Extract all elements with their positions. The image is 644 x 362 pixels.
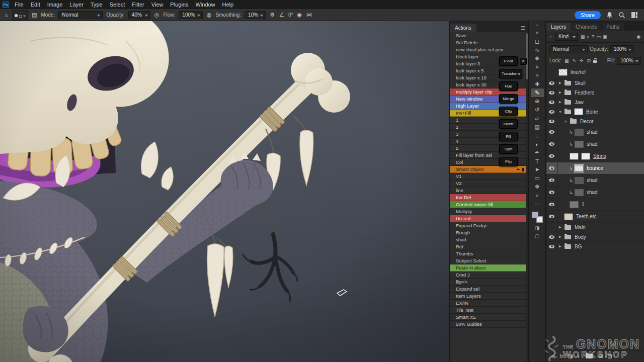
new-layer-icon[interactable]: ⊞ bbox=[599, 353, 603, 359]
layer-row[interactable]: ↳bounce bbox=[546, 162, 644, 174]
expand-caret[interactable]: ▶ bbox=[557, 81, 563, 85]
float-button-fill[interactable]: Fill bbox=[499, 132, 518, 141]
expand-caret[interactable]: ▶ bbox=[557, 225, 563, 229]
visibility-toggle[interactable] bbox=[546, 187, 557, 198]
expand-caret[interactable]: ▼ bbox=[557, 110, 563, 114]
filter-pixel-icon[interactable]: ▦ bbox=[580, 34, 586, 39]
expand-caret[interactable]: ▶ bbox=[557, 100, 563, 104]
hand-tool[interactable]: ✥ bbox=[531, 183, 544, 191]
float-button-sym[interactable]: Sym bbox=[499, 144, 518, 154]
action-item[interactable]: Tile Test bbox=[450, 307, 526, 314]
layer-name[interactable]: String bbox=[593, 153, 606, 159]
menu-item-edit[interactable]: Edit bbox=[27, 0, 44, 9]
layer-name[interactable]: shad bbox=[587, 141, 598, 147]
layer-row[interactable]: ↳shad bbox=[546, 126, 644, 138]
share-button[interactable]: Share bbox=[575, 11, 601, 19]
layer-thumbnail[interactable] bbox=[570, 153, 579, 160]
home-icon[interactable]: ⌂ bbox=[4, 12, 9, 18]
float-button-float[interactable]: Float bbox=[499, 56, 518, 66]
visibility-toggle[interactable] bbox=[546, 211, 557, 222]
action-item[interactable]: Un-red bbox=[450, 215, 526, 222]
close-icon[interactable]: ✕ bbox=[520, 58, 527, 65]
layer-name[interactable]: Jaw bbox=[575, 100, 584, 105]
filter-adjustment-icon[interactable]: ◐ bbox=[586, 34, 591, 39]
visibility-toggle[interactable] bbox=[546, 138, 557, 150]
edit-toolbar-icon[interactable]: ⋯ bbox=[531, 200, 544, 208]
tab-paths[interactable]: Paths bbox=[602, 23, 624, 31]
float-button-transform[interactable]: Transform bbox=[499, 69, 522, 78]
notifications-bell-icon[interactable] bbox=[606, 12, 613, 19]
menu-item-file[interactable]: File bbox=[11, 0, 27, 9]
smoothing-select[interactable]: 10% bbox=[245, 11, 266, 19]
blur-tool[interactable]: ◌ bbox=[531, 131, 544, 140]
action-item[interactable]: Content aware fill bbox=[450, 201, 526, 208]
visibility-toggle[interactable] bbox=[546, 117, 557, 126]
layer-row[interactable]: Teeth etc bbox=[546, 211, 644, 223]
visibility-toggle[interactable] bbox=[546, 174, 557, 186]
action-item[interactable]: EX/IN bbox=[450, 300, 526, 307]
tab-layers[interactable]: Layers bbox=[546, 23, 571, 31]
layer-name[interactable]: Main bbox=[575, 225, 586, 230]
layer-fill-select[interactable]: 100% bbox=[617, 57, 641, 65]
layer-name[interactable]: Decor bbox=[580, 119, 594, 124]
layer-name[interactable]: 1 bbox=[582, 202, 585, 207]
action-item[interactable]: Expand sel bbox=[450, 286, 526, 293]
expand-caret[interactable]: ▼ bbox=[563, 120, 569, 123]
history-brush-tool[interactable]: ↺ bbox=[531, 106, 544, 114]
visibility-toggle[interactable] bbox=[546, 126, 557, 138]
quick-select-tool[interactable]: ❖ bbox=[531, 54, 544, 63]
opacity-select[interactable]: 40% bbox=[128, 11, 150, 19]
layer-row[interactable]: String bbox=[546, 150, 644, 162]
crop-tool[interactable]: ⌗ bbox=[531, 63, 544, 71]
visibility-toggle[interactable] bbox=[546, 88, 557, 97]
filter-smart-icon[interactable]: ▣ bbox=[602, 34, 608, 39]
menu-item-filter[interactable]: Filter bbox=[128, 0, 147, 9]
type-tool[interactable]: T bbox=[531, 157, 544, 165]
action-item[interactable]: Inv-Del bbox=[450, 194, 526, 201]
screen-mode-icon[interactable]: ▢ bbox=[531, 232, 544, 239]
layer-row[interactable]: ▶Jaw bbox=[546, 98, 644, 107]
action-item[interactable]: new shad plus set pen bbox=[450, 46, 526, 53]
lock-paint-icon[interactable]: ✎ bbox=[571, 58, 577, 63]
filter-toggle-icon[interactable]: ◉ bbox=[635, 34, 641, 39]
delete-layer-icon[interactable] bbox=[608, 354, 612, 358]
layer-name[interactable]: bounce bbox=[587, 165, 603, 171]
layer-blend-mode-select[interactable]: Normal bbox=[549, 45, 588, 53]
layer-thumbnail[interactable] bbox=[575, 165, 584, 172]
shape-tool[interactable]: ▭ bbox=[531, 174, 544, 183]
new-group-icon[interactable] bbox=[586, 354, 593, 358]
menu-item-help[interactable]: Help bbox=[219, 0, 237, 9]
layer-name[interactable]: line/ref bbox=[571, 69, 586, 75]
layer-name[interactable]: Body bbox=[575, 234, 586, 240]
menu-item-type[interactable]: Type bbox=[87, 0, 106, 9]
layer-name[interactable]: shad bbox=[587, 190, 598, 195]
layer-row[interactable]: ▼Decor bbox=[546, 117, 644, 126]
layer-row[interactable]: ▶BG bbox=[546, 242, 644, 251]
link-layers-icon[interactable]: ∞ bbox=[551, 353, 555, 359]
float-button-hue[interactable]: Hue bbox=[499, 81, 518, 91]
action-item[interactable]: V1 bbox=[450, 173, 526, 180]
action-item[interactable]: flip<> bbox=[450, 279, 526, 286]
action-item[interactable]: shad bbox=[450, 236, 526, 243]
layer-row[interactable]: ▶Skull bbox=[546, 78, 644, 88]
layer-row[interactable]: ▶Main bbox=[546, 223, 644, 232]
adjustment-layer-icon[interactable]: ◐ bbox=[577, 353, 580, 359]
mask-thumbnail[interactable] bbox=[574, 108, 583, 115]
move-tool[interactable]: ⌖ bbox=[531, 29, 544, 37]
float-button-invert[interactable]: Invert bbox=[499, 119, 518, 129]
action-item[interactable]: Smart X5 bbox=[450, 314, 526, 321]
menu-item-image[interactable]: Image bbox=[44, 0, 66, 9]
toolbar-collapse-icon[interactable]: » bbox=[529, 21, 545, 29]
layer-row[interactable]: ↳shad bbox=[546, 174, 644, 187]
layer-style-icon[interactable]: fx bbox=[559, 353, 564, 359]
quick-mask-icon[interactable]: ◨ bbox=[531, 224, 544, 231]
visibility-toggle[interactable] bbox=[546, 162, 557, 174]
panel-menu-icon[interactable]: ☰ bbox=[518, 25, 528, 32]
action-item[interactable]: Sel Delete bbox=[450, 39, 526, 46]
visibility-toggle[interactable] bbox=[546, 66, 557, 78]
tab-actions[interactable]: Actions bbox=[450, 24, 476, 32]
symmetry-icon[interactable]: ⋈ bbox=[306, 12, 312, 18]
expand-caret[interactable]: ▶ bbox=[557, 235, 563, 239]
smoothing-gear-icon[interactable]: ⚙ bbox=[269, 12, 275, 18]
action-item[interactable]: Save bbox=[450, 32, 526, 39]
